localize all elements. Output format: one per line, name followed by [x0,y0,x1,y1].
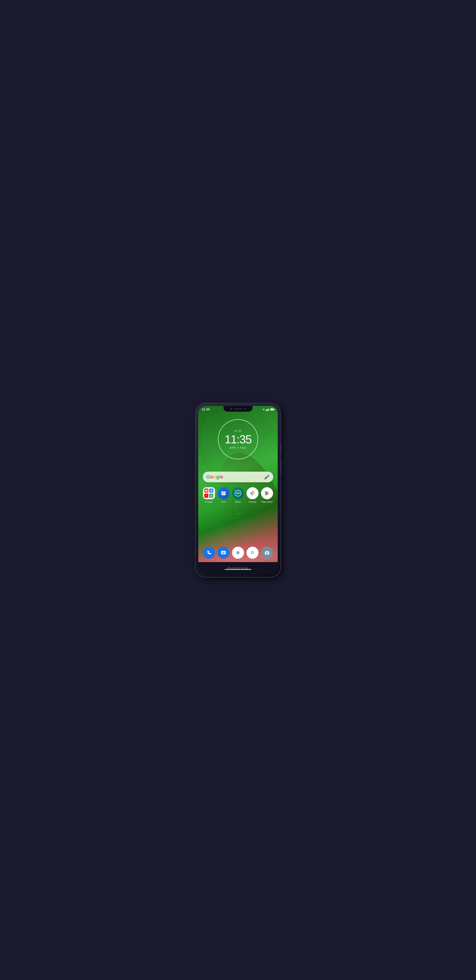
navigation-bar [225,569,251,570]
status-time: 11:35 [202,408,210,411]
app-item-duo[interactable]: Duo [217,487,230,503]
drawer-indicator[interactable]: ⌃ [236,513,240,516]
sun-icon: ☀ [235,430,237,433]
svg-marker-1 [211,491,212,492]
dock-item-camera[interactable] [261,547,273,559]
g-red2: e [220,474,223,480]
microphone-icon[interactable]: 🎤 [264,474,270,480]
svg-marker-4 [210,495,212,496]
app-item-moto[interactable]: Moto [232,487,244,503]
app-label-photos: Photos [249,501,256,503]
svg-text:G: G [251,550,254,555]
wifi-icon: ▾ [263,408,265,411]
svg-point-9 [235,490,241,496]
dock-item-google-search[interactable]: G [246,547,259,559]
up-arrow-icon: ⌃ [236,513,240,516]
chrome-icon-svg [235,549,241,556]
home-screen: 11:35 ▾ [198,406,278,574]
earpiece-speaker [234,408,243,409]
app-item-google[interactable]: Google [203,487,215,503]
volume-button[interactable] [280,443,281,455]
maps-mini-icon [209,488,213,493]
g-red: o [210,474,213,480]
playstore-icon-svg [264,490,270,496]
status-icons: ▾ [263,408,274,411]
svg-point-18 [237,552,239,554]
power-button[interactable] [280,459,281,474]
dock-item-phone[interactable] [203,547,215,559]
clock-time: 11:35 [225,434,251,445]
g-yellow: o [213,474,216,480]
app-label-moto: Moto [235,501,241,503]
photos-app-icon [246,487,259,499]
youtube-mini-icon [204,494,208,498]
photos-icon-svg [249,490,256,497]
front-camera [230,408,232,410]
notch-sensor [244,408,246,409]
clock-widget: ☀ 73° 11:35 APR 3 TUE [218,419,258,459]
playstore-app-icon [261,487,273,499]
signal-icon [265,408,269,411]
notch [224,406,252,412]
google-logo: Google [206,474,223,480]
chrome-dock-icon [232,547,244,559]
google-search-bar[interactable]: Google 🎤 [203,472,273,482]
messages-dock-icon [217,547,230,559]
svg-rect-8 [222,495,225,495]
bottom-dock: G [198,547,278,559]
app-label-playstore: Play Store [262,501,273,503]
svg-point-23 [267,553,268,554]
bottom-chin: motorola [198,562,278,574]
drive-mini-icon [209,494,213,498]
g-green: g [216,474,219,480]
app-item-photos[interactable]: Photos [246,487,259,503]
messages-icon-svg [220,550,227,556]
duo-icon-svg [220,490,227,496]
google-folder-icon [203,487,215,499]
weather-display: ☀ 73° [235,430,241,433]
gmail-mini-icon [204,488,208,493]
app-label-duo: Duo [221,501,226,503]
phone-screen: 11:35 ▾ [198,406,278,574]
google-search-dock-icon: G [246,547,259,559]
google-g-icon-svg: G [249,549,256,556]
app-label-google: Google [205,501,213,503]
phone-icon-svg [206,550,212,556]
battery-icon [270,408,274,410]
camera-dock-icon [261,547,273,559]
phone-dock-icon [203,547,215,559]
temperature: 73° [238,430,241,433]
clock-date: APR 3 TUE [230,447,246,449]
app-item-playstore[interactable]: Play Store [261,487,273,503]
dock-item-messages[interactable] [217,547,230,559]
phone-device: 11:35 ▾ [196,403,280,577]
moto-icon-svg [235,490,241,497]
camera-icon-svg [264,550,270,556]
g-blue: G [206,474,210,480]
duo-app-icon [217,487,230,499]
moto-app-icon [232,487,244,499]
dock-item-chrome[interactable] [232,547,244,559]
app-grid: Google Duo [198,487,278,503]
